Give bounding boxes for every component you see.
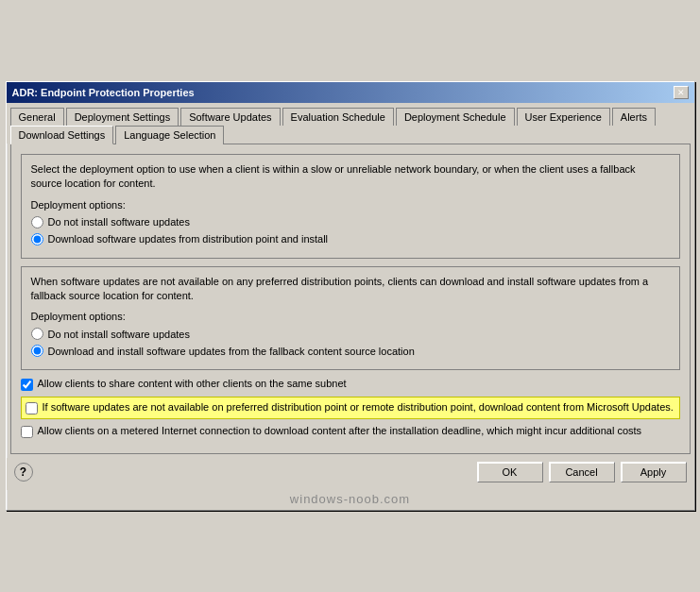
tab-general[interactable]: General: [10, 108, 64, 126]
section2-radio2[interactable]: [31, 345, 43, 357]
tab-evaluation-schedule[interactable]: Evaluation Schedule: [282, 108, 394, 126]
tab-download-settings[interactable]: Download Settings: [10, 126, 114, 144]
section2-radio1[interactable]: [31, 328, 43, 340]
tab-user-experience[interactable]: User Experience: [517, 108, 610, 126]
section2-box: When software updates are not available …: [21, 266, 680, 371]
title-bar: ADR: Endpoint Protection Properties ✕: [7, 82, 694, 103]
watermark: windows-noob.com: [7, 490, 694, 510]
title-bar-controls: ✕: [674, 86, 689, 99]
tab-language-selection[interactable]: Language Selection: [115, 126, 224, 144]
main-window: ADR: Endpoint Protection Properties ✕ Ge…: [6, 81, 695, 512]
cancel-button[interactable]: Cancel: [549, 462, 615, 482]
tab-panel: Select the deployment option to use when…: [10, 144, 691, 455]
section1-option1-label: Do not install software updates: [48, 216, 190, 228]
section1-option2[interactable]: Download software updates from distribut…: [31, 233, 670, 245]
window-title: ADR: Endpoint Protection Properties: [12, 87, 195, 98]
tab-deployment-settings[interactable]: Deployment Settings: [66, 108, 179, 126]
close-button[interactable]: ✕: [674, 86, 689, 99]
section2-option2-label: Download and install software updates fr…: [48, 346, 415, 357]
tabs-row2: Download Settings Language Selection: [7, 125, 694, 144]
tab-alerts[interactable]: Alerts: [612, 108, 656, 126]
share-content-label: Allow clients to share content with othe…: [38, 378, 347, 389]
tab-software-updates[interactable]: Software Updates: [180, 108, 280, 126]
apply-button[interactable]: Apply: [621, 462, 687, 482]
ok-button[interactable]: OK: [477, 462, 543, 482]
section1-option2-label: Download software updates from distribut…: [48, 233, 329, 245]
section1-radio1[interactable]: [31, 216, 43, 228]
section1-radio2[interactable]: [31, 233, 43, 245]
section1-description: Select the deployment option to use when…: [31, 162, 670, 192]
microsoft-updates-row[interactable]: If software updates are not available on…: [21, 397, 680, 419]
section2-option1-label: Do not install software updates: [48, 329, 190, 340]
section2-option2[interactable]: Download and install software updates fr…: [31, 345, 670, 357]
metered-connection-row[interactable]: Allow clients on a metered Internet conn…: [21, 425, 680, 438]
metered-connection-label: Allow clients on a metered Internet conn…: [38, 425, 642, 436]
share-content-checkbox[interactable]: [21, 379, 33, 391]
button-group: OK Cancel Apply: [477, 462, 687, 482]
section2-description: When software updates are not available …: [31, 275, 670, 304]
bottom-bar: ? OK Cancel Apply: [7, 458, 694, 490]
metered-connection-checkbox[interactable]: [21, 426, 33, 438]
microsoft-updates-checkbox[interactable]: [26, 402, 38, 414]
microsoft-updates-label: If software updates are not available on…: [43, 401, 674, 413]
share-content-row[interactable]: Allow clients to share content with othe…: [21, 378, 680, 391]
section2-deployment-label: Deployment options:: [31, 311, 670, 322]
section2-option1[interactable]: Do not install software updates: [31, 328, 670, 340]
tabs-row1: General Deployment Settings Software Upd…: [7, 103, 694, 125]
section1-box: Select the deployment option to use when…: [21, 154, 680, 259]
help-button[interactable]: ?: [14, 463, 33, 482]
section1-deployment-label: Deployment options:: [31, 199, 670, 211]
tab-deployment-schedule[interactable]: Deployment Schedule: [396, 108, 515, 126]
section1-option1[interactable]: Do not install software updates: [31, 216, 670, 228]
